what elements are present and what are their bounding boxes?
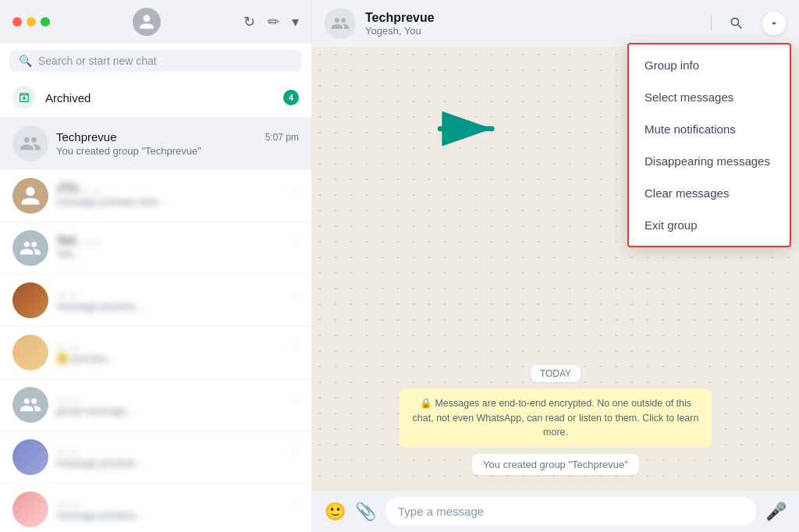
chat-info-8: ... ... ... message preview... (56, 495, 299, 524)
chat-item-5[interactable]: ... ... ... 😊 preview... (0, 327, 311, 379)
chat-info-6: ... ... ... group message... (56, 390, 299, 420)
chat-name-7: ... ... (56, 442, 79, 456)
chat-avatar-2 (12, 178, 48, 214)
chat-name: Techprevue (56, 130, 117, 144)
user-avatar[interactable] (133, 8, 161, 36)
chat-avatar-7 (12, 439, 48, 475)
chat-name-row-7: ... ... ... (56, 442, 299, 456)
chat-item-2[interactable]: JTD... ... ... message preview here... (0, 170, 311, 222)
date-badge: TODAY (531, 365, 581, 382)
dropdown-item-mute-notifications[interactable]: Mute notifications (629, 113, 790, 145)
chat-info-2: JTD... ... ... message preview here... (56, 181, 299, 211)
chat-header-name: Techprevue (365, 11, 701, 25)
chat-item-6[interactable]: ... ... ... group message... (0, 379, 311, 431)
search-input-wrap: 🔍 (9, 50, 302, 72)
encryption-notice[interactable]: 🔒 Messages are end-to-end encrypted. No … (400, 388, 712, 448)
chat-info-techprevue: Techprevue 5:07 pm You created group "Te… (56, 130, 299, 157)
chat-info-4: ... ... ... message preview... (56, 286, 299, 315)
chat-list: Techprevue 5:07 pm You created group "Te… (0, 118, 311, 532)
search-input[interactable] (38, 55, 293, 67)
chat-name-3: Ted ... ... (56, 233, 101, 246)
archived-row[interactable]: Archived 4 (0, 78, 311, 118)
chat-item-7[interactable]: ... ... ... message preview... (0, 431, 311, 484)
group-created-message: You created group "Techprevue" (472, 454, 639, 475)
microphone-icon[interactable]: 🎤 (765, 502, 787, 522)
chat-time-2: ... (291, 183, 299, 193)
search-chat-icon[interactable] (724, 11, 749, 36)
chat-avatar-8 (12, 491, 48, 527)
dropdown-menu: Group info Select messages Mute notifica… (627, 43, 791, 247)
chat-header: Techprevue Yogesh, You (312, 0, 799, 47)
dropdown-item-group-info[interactable]: Group info (629, 49, 790, 81)
chat-info-3: Ted ... ... ... Ted... (56, 233, 299, 263)
chat-time-3: ... (291, 235, 299, 246)
chat-header-info: Techprevue Yogesh, You (365, 11, 701, 37)
person-icon-2 (20, 185, 41, 207)
chat-time-5: ... (291, 339, 299, 350)
chat-item-8[interactable]: ... ... ... message preview... (0, 484, 311, 532)
archived-count: 4 (283, 90, 299, 105)
chat-name-4: ... ... (56, 286, 79, 299)
chat-name-row-3: Ted ... ... ... (56, 233, 299, 246)
chat-item-4[interactable]: ... ... ... message preview... (0, 275, 311, 327)
message-input[interactable] (385, 497, 756, 526)
search-icon: 🔍 (19, 55, 32, 67)
chat-header-actions (711, 11, 787, 36)
chat-name-row: Techprevue 5:07 pm (56, 130, 299, 144)
chat-preview-4: message preview... (56, 300, 143, 312)
chat-panel: Techprevue Yogesh, You (312, 0, 799, 532)
chat-avatar-techprevue (12, 126, 48, 161)
header-separator (711, 16, 712, 31)
dropdown-item-exit-group[interactable]: Exit group (629, 209, 790, 241)
chat-item-techprevue[interactable]: Techprevue 5:07 pm You created group "Te… (0, 118, 311, 170)
avatar-icon (138, 13, 155, 30)
group-icon-6 (20, 394, 41, 416)
chat-time-7: ... (291, 444, 299, 455)
chat-preview: You created group "Techprevue" (56, 145, 299, 157)
chat-info-7: ... ... ... message preview... (56, 442, 299, 472)
chat-preview-5: 😊 preview... (56, 353, 115, 364)
chat-header-avatar[interactable] (325, 8, 356, 39)
chat-name-row-8: ... ... ... (56, 495, 299, 508)
traffic-light-red[interactable] (12, 17, 22, 27)
chat-avatar-6 (12, 387, 48, 423)
chat-item-3[interactable]: Ted ... ... ... Ted... (0, 222, 311, 275)
attachment-icon[interactable]: 📎 (355, 502, 376, 522)
chat-avatar-3 (12, 230, 48, 266)
emoji-icon[interactable]: 🙂 (325, 502, 346, 522)
chat-avatar-5 (12, 335, 48, 371)
chat-name-2: JTD... ... (56, 181, 101, 194)
chat-preview-6: group message... (56, 405, 134, 417)
chat-input-bar: 🙂 📎 🎤 (312, 491, 799, 532)
chat-time-4: ... (291, 287, 299, 298)
dropdown-button[interactable] (762, 11, 787, 36)
chat-name-row-5: ... ... ... (56, 338, 299, 351)
traffic-light-yellow[interactable] (27, 17, 36, 27)
menu-chevron-icon[interactable]: ▾ (292, 13, 299, 30)
dropdown-item-select-messages[interactable]: Select messages (629, 81, 790, 113)
traffic-lights (12, 17, 50, 27)
chat-name-6: ... ... (56, 390, 79, 403)
compose-icon[interactable]: ✏ (268, 13, 279, 30)
group-icon (20, 133, 41, 154)
chat-preview-8: message preview... (56, 509, 143, 521)
chat-time-6: ... (291, 392, 299, 403)
group-icon-3 (20, 237, 41, 259)
chat-time-8: ... (291, 496, 299, 507)
sidebar-action-icons: ↻ ✏ ▾ (243, 13, 299, 30)
refresh-icon[interactable]: ↻ (243, 13, 255, 30)
traffic-light-green[interactable] (41, 17, 50, 27)
chat-header-subtitle: Yogesh, You (365, 25, 701, 37)
chat-name-row-2: JTD... ... ... (56, 181, 299, 194)
sidebar: ↻ ✏ ▾ 🔍 Archived 4 (0, 0, 312, 532)
chat-name-row-4: ... ... ... (56, 286, 299, 299)
chat-time: 5:07 pm (265, 132, 299, 143)
chat-name-5: ... ... (56, 338, 79, 351)
chat-avatar-4 (12, 282, 48, 318)
chat-preview-3: Ted... (56, 248, 81, 260)
chat-header-group-icon (331, 14, 350, 33)
dropdown-item-disappearing-messages[interactable]: Disappearing messages (629, 145, 790, 177)
dropdown-item-clear-messages[interactable]: Clear messages (629, 177, 790, 209)
chat-preview-2: message preview here... (56, 196, 167, 207)
chat-info-5: ... ... ... 😊 preview... (56, 338, 299, 367)
